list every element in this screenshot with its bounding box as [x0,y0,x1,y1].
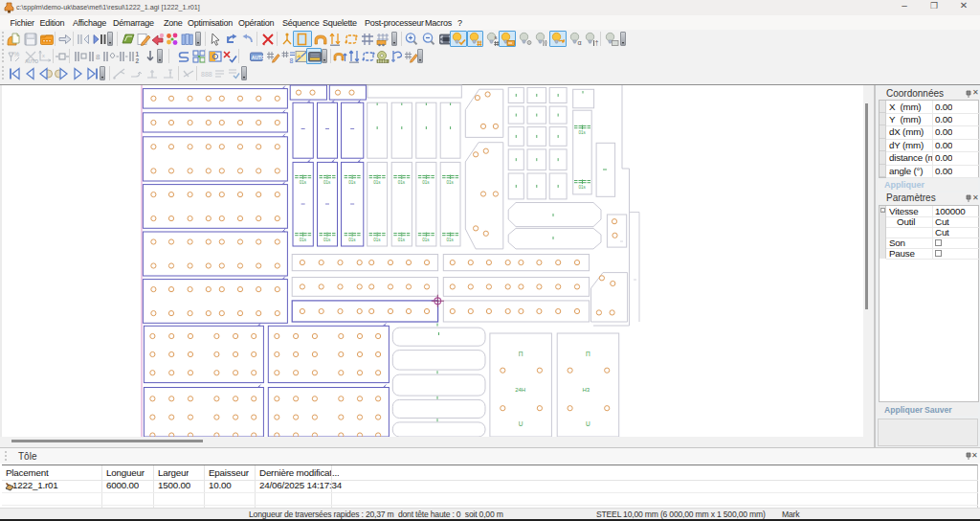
svg-text:01s: 01s [447,180,455,185]
svg-text:8: 8 [96,53,100,61]
svg-text:01s: 01s [348,180,356,185]
svg-text:α: α [578,39,582,46]
svg-text:Π: Π [519,351,523,357]
svg-text:U: U [519,420,523,427]
svg-text:01s: 01s [300,180,307,185]
svg-text:01s: 01s [323,238,331,242]
svg-text:U: U [586,420,590,427]
svg-text:s: s [495,34,498,40]
svg-text:888: 888 [201,71,212,78]
svg-text:†: † [595,39,599,46]
svg-text:01s: 01s [300,238,307,242]
svg-text:8: 8 [290,57,294,64]
svg-text:01s: 01s [447,238,455,242]
svg-text:x: x [42,53,45,58]
svg-text:01s: 01s [373,180,381,185]
svg-text:Π: Π [586,351,590,357]
svg-text:01s: 01s [579,130,587,135]
svg-text:24H: 24H [515,387,525,393]
svg-text:01s: 01s [579,185,587,190]
svg-text:01s: 01s [398,180,406,185]
svg-text:01s: 01s [422,180,430,185]
svg-text:01s: 01s [422,238,430,242]
svg-text:01s: 01s [348,238,356,242]
svg-text:01s: 01s [323,180,331,185]
svg-text:01s: 01s [398,238,406,242]
svg-text:%: % [13,51,19,57]
svg-text:AUTO: AUTO [252,55,265,60]
svg-text:01s: 01s [373,238,381,242]
svg-text:H3: H3 [582,387,590,393]
svg-text:2: 2 [136,57,140,64]
